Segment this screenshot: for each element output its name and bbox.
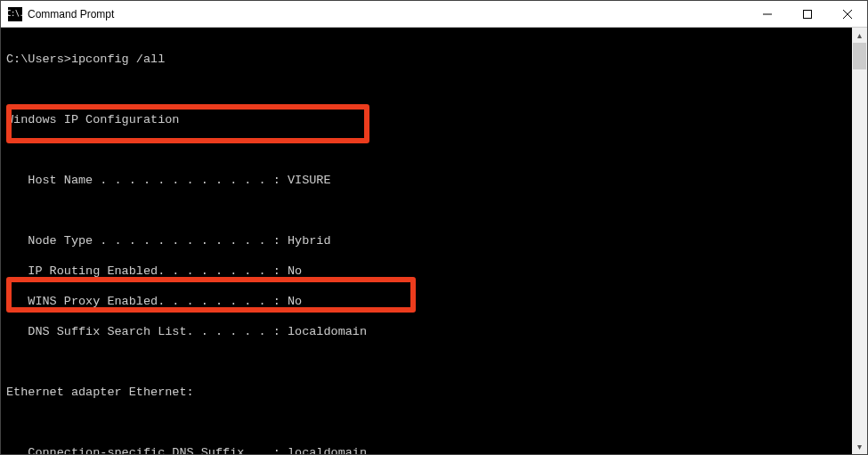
minimize-button[interactable] <box>747 1 787 27</box>
window-title: Command Prompt <box>28 8 747 20</box>
vertical-scrollbar[interactable]: ▴ ▾ <box>852 28 867 454</box>
blank-line <box>6 354 847 370</box>
wins-proxy-line: WINS Proxy Enabled. . . . . . . . : No <box>6 294 847 309</box>
scroll-down-arrow-icon[interactable]: ▾ <box>852 439 867 454</box>
obscured-line <box>6 203 847 218</box>
section-heading: Ethernet adapter Ethernet: <box>6 385 847 400</box>
console-output[interactable]: C:\Users>ipconfig /all Windows IP Config… <box>1 28 852 454</box>
console-area: C:\Users>ipconfig /all Windows IP Config… <box>1 28 867 454</box>
titlebar: C:\. Command Prompt <box>1 1 867 28</box>
blank-line <box>6 82 847 97</box>
scroll-up-arrow-icon[interactable]: ▴ <box>852 28 867 43</box>
prompt-line: C:\Users>ipconfig /all <box>6 52 847 67</box>
window-controls <box>747 1 867 27</box>
host-name-line: Host Name . . . . . . . . . . . . : VISU… <box>6 173 847 188</box>
close-button[interactable] <box>827 1 867 27</box>
node-type-line: Node Type . . . . . . . . . . . . : Hybr… <box>6 233 847 248</box>
blank-line <box>6 415 847 430</box>
ip-routing-line: IP Routing Enabled. . . . . . . . : No <box>6 264 847 279</box>
conn-dns-line: Connection-specific DNS Suffix . : local… <box>6 445 847 454</box>
dns-suffix-line: DNS Suffix Search List. . . . . . : loca… <box>6 324 847 339</box>
cmd-icon: C:\. <box>8 7 22 21</box>
svg-rect-1 <box>803 10 811 18</box>
maximize-button[interactable] <box>787 1 827 27</box>
section-heading: Windows IP Configuration <box>6 112 847 127</box>
blank-line <box>6 142 847 158</box>
scrollbar-thumb[interactable] <box>853 43 866 69</box>
